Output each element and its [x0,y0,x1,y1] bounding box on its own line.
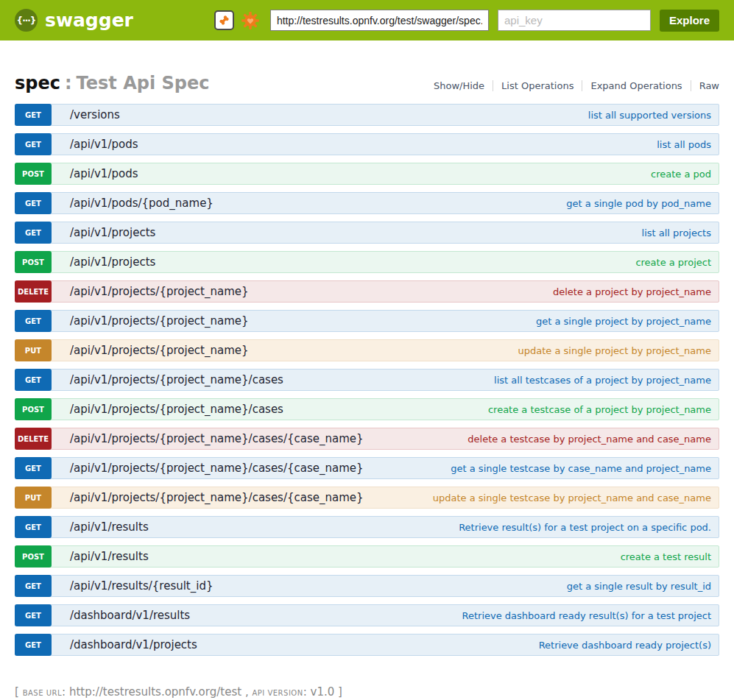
operation-row: DELETE /api/v1/projects/{project_name}/c… [15,428,719,450]
operation-path-link[interactable]: /api/v1/projects/{project_name}/cases/{c… [70,491,364,504]
explore-button[interactable]: Explore [660,10,719,32]
http-method-badge: GET [15,192,52,214]
api-version-label: api version [252,689,303,697]
http-method-badge: GET [15,575,52,597]
http-method-badge: GET [15,133,52,155]
operation-summary-link[interactable]: get a single testcase by case_name and p… [451,463,719,474]
http-method-badge: POST [15,163,52,185]
footer-close-bracket: ] [338,685,342,699]
operation-row: GET /api/v1/results/{result_id} get a si… [15,575,719,597]
operation-path-link[interactable]: /api/v1/projects/{project_name}/cases/{c… [70,432,364,445]
http-method-badge: GET [15,634,52,656]
operation-path-link[interactable]: /dashboard/v1/results [70,609,190,622]
operation-path-link[interactable]: /api/v1/projects/{project_name} [70,314,249,328]
http-method-badge: GET [15,604,52,626]
base-url-label: base url [23,689,62,697]
http-method-badge: GET [15,516,52,538]
operation-summary-link[interactable]: get a single project by project_name [536,316,719,327]
operation-path-link[interactable]: /api/v1/projects/{project_name}/cases [70,403,283,416]
operation-summary-link[interactable]: list all testcases of a project by proje… [494,375,719,386]
operation-path-link[interactable]: /api/v1/results/{result_id} [70,579,213,593]
operation-summary-link[interactable]: create a pod [651,169,719,180]
gear-heart-icon[interactable] [241,11,260,30]
header-bar: {···} swagger [0,0,734,40]
operation-row: GET /versions list all supported version… [15,104,719,126]
resource-menu-link[interactable]: List Operations [493,80,582,91]
operation-row: GET /dashboard/v1/results Retrieve dashb… [15,604,719,626]
resource-separator: : [65,73,72,93]
operation-summary-link[interactable]: create a test result [621,551,719,562]
operation-summary-link[interactable]: list all projects [642,227,719,238]
api-info-footer: [ base url: http://testresults.opnfv.org… [0,685,734,699]
operation-summary-link[interactable]: delete a project by project_name [553,286,719,297]
bone-link-icon[interactable] [214,10,234,30]
operation-path-link[interactable]: /api/v1/projects [70,226,155,239]
operation-row: GET /dashboard/v1/projects Retrieve dash… [15,634,719,656]
http-method-badge: GET [15,222,52,244]
spec-url-input[interactable] [270,10,489,31]
http-method-badge: GET [15,369,52,391]
main-content: spec : Test Api Spec Show/Hide List Oper… [0,73,734,656]
operation-row: PUT /api/v1/projects/{project_name}/case… [15,487,719,509]
swagger-logo[interactable]: {···} swagger [15,9,133,32]
http-method-badge: GET [15,457,52,479]
operation-path-link[interactable]: /api/v1/pods [70,167,138,180]
header-extension-icons [214,10,260,30]
footer-colon: : [303,685,307,699]
operation-row: PUT /api/v1/projects/{project_name} upda… [15,339,719,361]
resource-heading: spec : Test Api Spec Show/Hide List Oper… [15,73,719,93]
operation-path-link[interactable]: /api/v1/pods/{pod_name} [70,197,214,210]
operation-row: POST /api/v1/pods create a pod [15,163,719,185]
logo-text: swagger [45,10,133,31]
operation-row: POST /api/v1/projects/{project_name}/cas… [15,398,719,420]
http-method-badge: POST [15,251,52,273]
operation-summary-link[interactable]: list all supported versions [588,110,719,121]
resource-menu: Show/Hide List Operations Expand Operati… [426,80,719,91]
operation-summary-link[interactable]: update a single testcase by project_name… [433,492,719,503]
operation-summary-link[interactable]: get a single pod by pod_name [566,198,719,209]
footer-open-bracket: [ [15,685,19,699]
resource-title: Test Api Spec [77,73,210,93]
operation-path-link[interactable]: /api/v1/pods [70,138,138,151]
resource-menu-link[interactable]: Expand Operations [582,80,690,91]
operation-summary-link[interactable]: Retrieve result(s) for a test project on… [459,522,719,533]
operation-path-link[interactable]: /api/v1/projects [70,255,155,269]
http-method-badge: DELETE [15,280,52,303]
operation-path-link[interactable]: /api/v1/results [70,550,149,563]
operation-summary-link[interactable]: get a single result by result_id [567,581,719,592]
base-url-value: http://testresults.opnfv.org/test [69,685,241,699]
api-key-input[interactable] [498,10,651,31]
operation-summary-link[interactable]: list all pods [657,139,719,150]
operation-path-link[interactable]: /versions [70,108,120,121]
operation-summary-link[interactable]: Retrieve dashboard ready result(s) for a… [462,610,719,621]
http-method-badge: DELETE [15,428,52,450]
operation-summary-link[interactable]: update a single project by project_name [518,345,719,356]
resource-menu-link[interactable]: Show/Hide [426,80,493,91]
operation-path-link[interactable]: /api/v1/projects/{project_name}/cases [70,373,283,386]
footer-colon: : [62,685,66,699]
operation-row: GET /api/v1/projects/{project_name} get … [15,310,719,332]
operations-list: GET /versions list all supported version… [15,104,719,656]
operation-row: GET /api/v1/projects list all projects [15,222,719,244]
resource-menu-link[interactable]: Raw [691,80,719,91]
operation-summary-link[interactable]: Retrieve dashboard ready project(s) [539,640,719,651]
operation-row: DELETE /api/v1/projects/{project_name} d… [15,280,719,303]
http-method-badge: PUT [15,487,52,509]
operation-path-link[interactable]: /api/v1/projects/{project_name} [70,285,249,298]
http-method-badge: PUT [15,339,52,361]
operation-row: GET /api/v1/projects/{project_name}/case… [15,457,719,479]
operation-summary-link[interactable]: create a project [635,257,719,268]
operation-summary-link[interactable]: create a testcase of a project by projec… [488,404,719,415]
operation-path-link[interactable]: /api/v1/projects/{project_name}/cases/{c… [70,462,364,475]
operation-path-link[interactable]: /dashboard/v1/projects [70,638,197,651]
operation-path-link[interactable]: /api/v1/results [70,520,149,534]
api-version-value: v1.0 [311,685,335,699]
http-method-badge: POST [15,398,52,420]
http-method-badge: GET [15,104,52,126]
operation-path-link[interactable]: /api/v1/projects/{project_name} [70,344,249,357]
resource-name[interactable]: spec [15,73,60,93]
footer-comma: , [245,685,249,699]
http-method-badge: POST [15,545,52,568]
curly-braces-logo-icon: {···} [15,9,38,32]
operation-summary-link[interactable]: delete a testcase by project_name and ca… [467,434,719,445]
